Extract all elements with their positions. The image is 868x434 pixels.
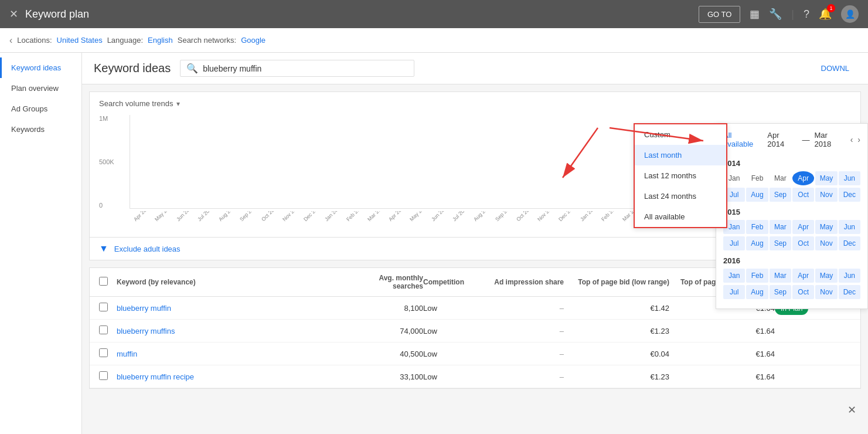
monthly-searches: 40,500 [347, 350, 423, 358]
table-row: muffin 40,500 Low – €0.04 €1.64 [90, 343, 860, 365]
month-cell[interactable]: Aug [746, 188, 768, 202]
keyword-link[interactable]: muffin [117, 350, 137, 358]
impression-share: – [482, 327, 564, 335]
dropdown-item[interactable]: All available [635, 206, 726, 227]
month-cell[interactable]: Nov [815, 188, 837, 202]
date-range-label: All available [723, 131, 763, 148]
month-cell[interactable]: Jan [723, 269, 745, 283]
month-cell[interactable]: Jun [839, 269, 860, 283]
y-label-500k: 500K [99, 158, 128, 165]
month-grid: JanFebMarAprMayJun [723, 171, 860, 185]
year-label: 2015 [723, 204, 860, 220]
impression-share: – [482, 304, 564, 313]
month-cell[interactable]: Apr [792, 220, 814, 234]
bid-high: €1.64 [669, 327, 775, 335]
sidebar: Keyword ideas Plan overview Ad Groups Ke… [0, 53, 82, 434]
sidebar-item-plan-overview[interactable]: Plan overview [0, 78, 81, 99]
wrench-icon[interactable]: 🔧 [769, 8, 782, 21]
sidebar-item-keywords[interactable]: Keywords [0, 119, 81, 140]
month-cell[interactable]: Jun [839, 171, 860, 185]
bid-low: €1.23 [564, 372, 669, 381]
month-cell[interactable]: May [815, 220, 837, 234]
month-cell[interactable]: Jul [723, 285, 745, 299]
month-cell[interactable]: Oct [792, 236, 814, 250]
month-cell[interactable]: May [815, 269, 837, 283]
year-label: 2016 [723, 253, 860, 269]
dropdown-item[interactable]: Last 24 months [635, 186, 726, 206]
month-cell[interactable]: Nov [815, 285, 837, 299]
month-cell[interactable]: Feb [746, 171, 768, 185]
dropdown-item[interactable]: Custom [635, 124, 726, 145]
avatar[interactable]: 👤 [841, 5, 859, 23]
help-icon[interactable]: ? [804, 8, 809, 21]
month-cell[interactable]: Nov [815, 236, 837, 250]
month-cell[interactable]: Dec [839, 285, 860, 299]
date-prev-btn[interactable]: ‹ [850, 135, 853, 144]
month-cell[interactable]: Aug [746, 236, 768, 250]
search-input[interactable] [203, 64, 408, 73]
language-value: English [148, 36, 173, 45]
month-cell[interactable]: Oct [792, 285, 814, 299]
close-button[interactable]: ✕ [847, 404, 856, 416]
month-cell[interactable]: Mar [770, 220, 791, 234]
row-checkbox[interactable] [99, 326, 108, 334]
keyword-link[interactable]: blueberry muffin recipe [117, 372, 194, 381]
month-grid: JulAugSepOctNovDec [723, 285, 860, 299]
month-cell[interactable]: Feb [746, 220, 768, 234]
close-icon[interactable]: ✕ [9, 8, 18, 21]
bid-high: €1.64 [669, 372, 775, 381]
search-icon: 🔍 [186, 63, 198, 74]
month-cell[interactable]: Dec [839, 236, 860, 250]
month-cell[interactable]: Aug [746, 285, 768, 299]
month-cell[interactable]: Sep [770, 188, 791, 202]
dropdown-item[interactable]: Last 12 months [635, 165, 726, 186]
keyword-link[interactable]: blueberry muffin [117, 304, 171, 313]
month-cell[interactable]: Mar [770, 171, 791, 185]
table-body: blueberry muffin 8,100 Low – €1.42 €1.64… [90, 297, 860, 388]
col-competition-header: Competition [423, 278, 482, 286]
month-cell[interactable]: Feb [746, 269, 768, 283]
month-cell[interactable]: May [815, 171, 837, 185]
row-checkbox[interactable] [99, 303, 108, 311]
content-header: Keyword ideas 🔍 DOWNL [82, 53, 868, 84]
monthly-searches: 74,000 [347, 327, 423, 335]
date-next-btn[interactable]: › [857, 135, 860, 144]
sidebar-toggle[interactable]: ‹ [9, 35, 12, 46]
month-grid: JulAugSepOctNovDec [723, 188, 860, 202]
top-bar-right: GO TO ▦ 🔧 | ? 🔔 1 👤 [699, 5, 859, 23]
dropdown-item[interactable]: Last month [635, 145, 726, 165]
locations-label: Locations: [17, 36, 52, 45]
month-cell[interactable]: Jul [723, 236, 745, 250]
month-cell[interactable]: Sep [770, 285, 791, 299]
chart-dropdown-icon[interactable]: ▾ [176, 100, 180, 108]
content-title: Keyword ideas [94, 62, 171, 75]
row-checkbox[interactable] [99, 348, 108, 357]
top-bar: ✕ Keyword plan GO TO ▦ 🔧 | ? 🔔 1 👤 [0, 0, 868, 28]
bar-chart-icon[interactable]: ▦ [750, 8, 760, 21]
month-cell[interactable]: Dec [839, 188, 860, 202]
sub-bar: ‹ Locations: United States Language: Eng… [0, 28, 868, 53]
sidebar-item-keyword-ideas[interactable]: Keyword ideas [0, 57, 81, 78]
competition-value: Low [423, 372, 482, 381]
month-cell[interactable]: Apr [792, 269, 814, 283]
col-monthly-header: Avg. monthly searches [347, 274, 423, 290]
notification-icon[interactable]: 🔔 1 [819, 8, 832, 21]
month-cell[interactable]: Apr [792, 171, 814, 185]
month-cell[interactable]: Jun [839, 220, 860, 234]
date-range-dropdown: CustomLast monthLast 12 monthsLast 24 mo… [634, 123, 727, 228]
keyword-link[interactable]: blueberry muffins [117, 327, 175, 335]
month-grid: JanFebMarAprMayJun [723, 269, 860, 283]
month-cell[interactable]: Sep [770, 236, 791, 250]
exclude-adult-link[interactable]: Exclude adult ideas [114, 245, 181, 253]
row-checkbox[interactable] [99, 371, 108, 380]
locations-value: United States [57, 36, 103, 45]
col-bid-low-header: Top of page bid (low range) [564, 278, 669, 286]
month-cell[interactable]: Oct [792, 188, 814, 202]
bid-high: €1.64 [669, 350, 775, 358]
download-button[interactable]: DOWNL [814, 60, 856, 76]
select-all-checkbox[interactable] [99, 277, 108, 286]
sidebar-item-ad-groups[interactable]: Ad Groups [0, 99, 81, 119]
go-to-button[interactable]: GO TO [699, 6, 740, 23]
monthly-searches: 8,100 [347, 304, 423, 313]
month-cell[interactable]: Mar [770, 269, 791, 283]
